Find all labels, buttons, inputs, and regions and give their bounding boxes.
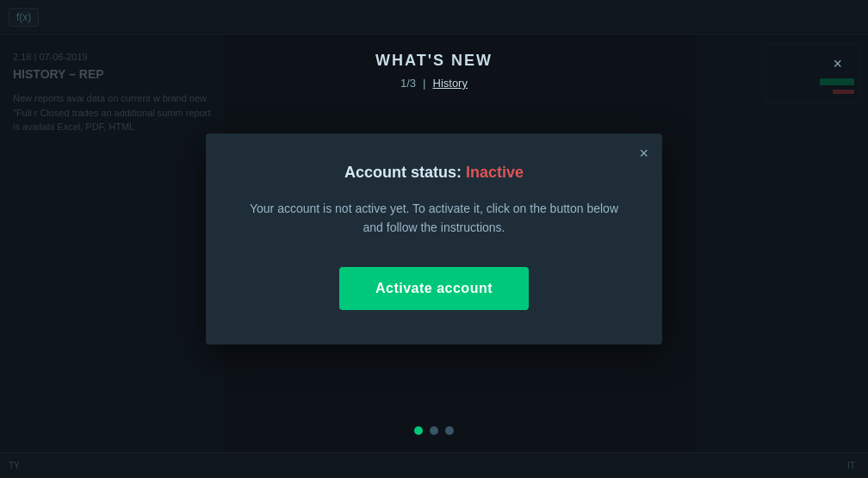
activate-account-button[interactable]: Activate account [339,267,529,310]
whats-new-header: WHAT'S NEW 1/3 | History [0,52,868,90]
modal-dialog: × Account status: Inactive Your account … [206,133,662,345]
pagination-counter: 1/3 [400,77,416,90]
whats-new-nav: 1/3 | History [0,77,868,90]
dot-1[interactable] [414,426,423,435]
modal-body-text: Your account is not active yet. To activ… [240,199,628,238]
dot-3[interactable] [445,426,454,435]
pagination-dots [0,426,868,435]
dot-2[interactable] [430,426,438,435]
modal-title: Account status: Inactive [240,164,628,182]
history-link[interactable]: History [433,77,468,90]
modal-status-badge: Inactive [466,164,524,181]
whats-new-title: WHAT'S NEW [0,52,868,70]
outer-close-button[interactable]: × [833,56,842,71]
nav-separator: | [423,77,425,90]
modal-title-prefix: Account status: [344,164,466,181]
modal-close-button[interactable]: × [639,146,648,161]
